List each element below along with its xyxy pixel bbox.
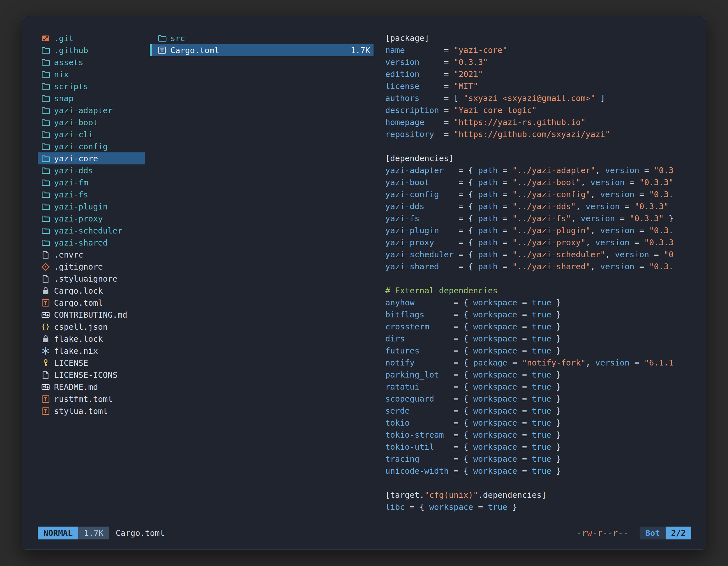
preview-line: homepage = "https://yazi-rs.github.io" (385, 116, 691, 128)
file-size-badge: 1.7K (78, 527, 109, 539)
dir-item-assets[interactable]: assets (38, 56, 145, 68)
folder-icon (41, 46, 50, 55)
dir-item-nix[interactable]: nix (38, 68, 145, 80)
item-label: nix (54, 70, 69, 79)
dir-item-yazi-plugin[interactable]: yazi-plugin (38, 201, 145, 213)
item-size: 1.7K (351, 46, 370, 55)
dir-item-snap[interactable]: snap (38, 92, 145, 104)
item-label: Cargo.toml (170, 46, 219, 55)
item-label: rustfmt.toml (54, 394, 113, 404)
dir-item-yazi-config[interactable]: yazi-config (38, 140, 145, 152)
file-item-.gitignore[interactable]: .gitignore (38, 261, 145, 273)
file-item-cspell.json[interactable]: cspell.json (38, 321, 145, 333)
file-item-LICENSE-ICONS[interactable]: LICENSE-ICONS (38, 369, 145, 381)
status-bar-right: -rw-r--r-- Bot 2/2 (577, 527, 691, 539)
folder-icon (41, 118, 50, 127)
folder-icon (41, 226, 50, 235)
item-label: README.md (54, 382, 98, 392)
folder-icon (41, 82, 50, 91)
folder-icon (41, 202, 50, 211)
preview-line: tracing = { workspace = true } (385, 453, 691, 465)
file-permissions: -rw-r--r-- (577, 528, 629, 538)
item-label: Cargo.lock (54, 286, 103, 295)
item-label: yazi-fs (54, 190, 88, 200)
snowflake-icon (41, 346, 50, 355)
file-icon (41, 274, 50, 283)
file-item-Cargo.toml[interactable]: Cargo.toml (38, 297, 145, 309)
file-item-flake.lock[interactable]: flake.lock (38, 333, 145, 345)
dir-item-yazi-dds[interactable]: yazi-dds (38, 165, 145, 177)
preview-line: [target."cfg(unix)".dependencies] (385, 489, 691, 501)
status-bar: NORMAL 1.7K Cargo.toml -rw-r--r-- Bot 2/… (38, 526, 691, 540)
preview-line: yazi-boot = { path = "../yazi-boot", ver… (385, 177, 691, 189)
preview-line: crossterm = { workspace = true } (385, 321, 691, 333)
dir-item-yazi-shared[interactable]: yazi-shared (38, 237, 145, 249)
preview-line: yazi-fs = { path = "../yazi-fs", version… (385, 213, 691, 225)
preview-pane: [package]name = "yazi-core"version = "0.… (385, 32, 691, 523)
dir-item-.github[interactable]: .github (38, 44, 145, 56)
preview-line: unicode-width = { workspace = true } (385, 465, 691, 477)
key-icon (41, 358, 50, 367)
dir-item-yazi-scheduler[interactable]: yazi-scheduler (38, 225, 145, 237)
file-icon (41, 250, 50, 259)
dir-item-yazi-fm[interactable]: yazi-fm (38, 177, 145, 189)
folder-icon (41, 154, 50, 163)
dir-item-yazi-core[interactable]: yazi-core (38, 152, 145, 165)
item-label: .envrc (54, 250, 83, 260)
preview-line (385, 273, 691, 285)
dir-item-yazi-cli[interactable]: yazi-cli (38, 128, 145, 140)
preview-line: yazi-proxy = { path = "../yazi-proxy", v… (385, 237, 691, 249)
file-item-CONTRIBUTING.md[interactable]: CONTRIBUTING.md (38, 309, 145, 321)
toml-icon (158, 46, 166, 55)
lock-icon (41, 286, 50, 295)
preview-line: license = "MIT" (385, 80, 691, 92)
file-item-.styluaignore[interactable]: .styluaignore (38, 273, 145, 285)
file-item-README.md[interactable]: README.md (38, 381, 145, 393)
file-item-rustfmt.toml[interactable]: rustfmt.toml (38, 393, 145, 405)
file-item-.envrc[interactable]: .envrc (38, 249, 145, 261)
file-item-flake.nix[interactable]: flake.nix (38, 345, 145, 357)
item-label: src (170, 34, 185, 43)
braces-icon (41, 322, 50, 331)
dir-item-scripts[interactable]: scripts (38, 80, 145, 92)
item-label: .gitignore (54, 262, 103, 272)
file-item-Cargo.toml[interactable]: Cargo.toml1.7K (150, 44, 374, 56)
dir-item-.git[interactable]: .git (38, 32, 145, 44)
parent-pane: .git.githubassetsnixscriptssnapyazi-adap… (38, 32, 145, 523)
file-item-Cargo.lock[interactable]: Cargo.lock (38, 285, 145, 297)
dir-item-src[interactable]: src (150, 32, 374, 44)
item-label: yazi-dds (54, 166, 93, 175)
preview-line: description = "Yazi core logic" (385, 104, 691, 116)
dir-item-yazi-boot[interactable]: yazi-boot (38, 116, 145, 128)
item-label: Cargo.toml (54, 298, 103, 307)
preview-line: yazi-dds = { path = "../yazi-dds", versi… (385, 201, 691, 213)
folder-icon (41, 70, 50, 79)
preview-line (385, 477, 691, 489)
dir-item-yazi-fs[interactable]: yazi-fs (38, 189, 145, 201)
file-item-stylua.toml[interactable]: stylua.toml (38, 405, 145, 417)
dir-item-yazi-adapter[interactable]: yazi-adapter (38, 104, 145, 116)
current-pane: srcCargo.toml1.7K (150, 32, 374, 523)
dir-item-yazi-proxy[interactable]: yazi-proxy (38, 213, 145, 225)
item-label: yazi-fm (54, 178, 88, 187)
markdown-icon (41, 382, 50, 391)
preview-line: ratatui = { workspace = true } (385, 381, 691, 393)
item-label: CONTRIBUTING.md (54, 310, 127, 319)
folder-icon (41, 190, 50, 199)
terminal-window: .git.githubassetsnixscriptssnapyazi-adap… (22, 16, 706, 550)
item-label: LICENSE (54, 358, 88, 368)
file-item-LICENSE[interactable]: LICENSE (38, 357, 145, 369)
scroll-position-label: Bot (640, 527, 665, 539)
item-label: yazi-adapter (54, 106, 113, 115)
preview-line: authors = [ "sxyazi <sxyazi@gmail.com>" … (385, 92, 691, 104)
item-label: yazi-boot (54, 118, 98, 127)
preview-line: futures = { workspace = true } (385, 345, 691, 357)
cursor-counter: 2/2 (666, 527, 691, 539)
yazi-panes: .git.githubassetsnixscriptssnapyazi-adap… (38, 32, 691, 523)
item-label: yazi-cli (54, 130, 93, 139)
item-label: scripts (54, 82, 88, 91)
toml-icon (41, 407, 50, 415)
item-label: yazi-config (54, 142, 108, 151)
preview-line: bitflags = { workspace = true } (385, 309, 691, 321)
preview-line: repository = "https://github.com/sxyazi/… (385, 128, 691, 140)
